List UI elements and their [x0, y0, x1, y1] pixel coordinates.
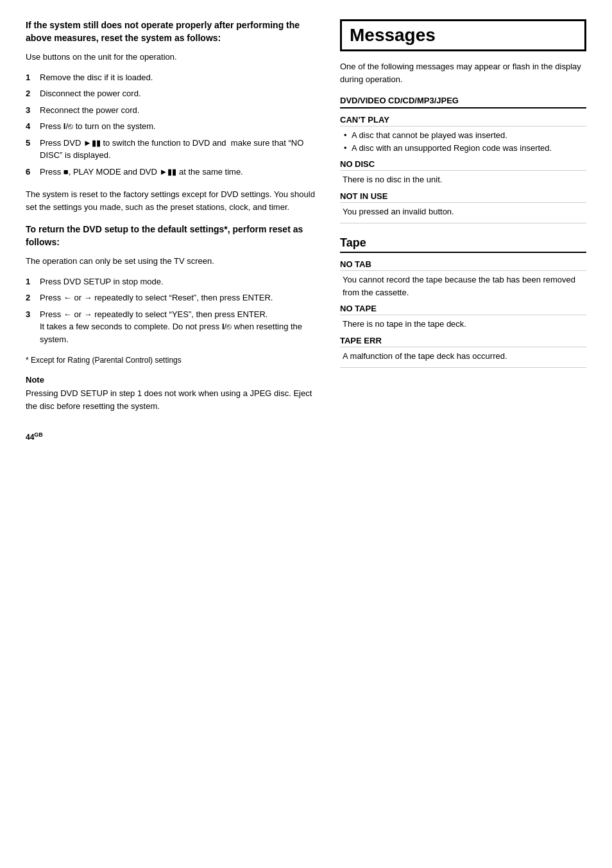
- tape-end-divider: [340, 367, 586, 368]
- tape-err-label: TAPE ERR: [340, 336, 586, 347]
- left-column: If the system still does not operate pro…: [26, 19, 321, 442]
- no-tab-text: You cannot record the tape because the t…: [340, 273, 586, 299]
- no-disc-block: NO DISC There is no disc in the unit.: [340, 159, 586, 186]
- tape-err-block: TAPE ERR A malfunction of the tape deck …: [340, 336, 586, 363]
- no-tab-label: NO TAB: [340, 259, 586, 271]
- step-6: 6Press ■, PLAY MODE and DVD ►▮▮ at the s…: [26, 166, 321, 178]
- step-4: 4Press I/⎋ to turn on the system.: [26, 120, 321, 133]
- tape-section: Tape NO TAB You cannot record the tape b…: [340, 236, 586, 368]
- no-tape-label: NO TAPE: [340, 304, 586, 315]
- note-block: Note Pressing DVD SETUP in step 1 does n…: [26, 375, 321, 412]
- step-1: 1Remove the disc if it is loaded.: [26, 71, 321, 84]
- no-tape-text: There is no tape in the tape deck.: [340, 318, 586, 331]
- no-disc-label: NO DISC: [340, 159, 586, 171]
- step-5: 5Press DVD ►▮▮ to switch the function to…: [26, 137, 321, 162]
- step2-2: 2Press ← or → repeatedly to select “Rese…: [26, 291, 321, 304]
- footnote: * Except for Rating (Parental Control) s…: [26, 356, 321, 365]
- section2-heading: To return the DVD setup to the default s…: [26, 223, 321, 248]
- not-in-use-text: You pressed an invalid button.: [340, 205, 586, 218]
- section-divider: [340, 223, 586, 223]
- section1-outro: The system is reset to the factory setti…: [26, 188, 321, 213]
- step2-3: 3Press ← or → repeatedly to select “YES”…: [26, 308, 321, 346]
- step-3: 3Reconnect the power cord.: [26, 104, 321, 117]
- section1-intro: Use buttons on the unit for the operatio…: [26, 51, 321, 64]
- note-heading: Note: [26, 375, 321, 385]
- right-column: Messages One of the following messages m…: [340, 19, 586, 442]
- not-in-use-block: NOT IN USE You pressed an invalid button…: [340, 191, 586, 218]
- note-text: Pressing DVD SETUP in step 1 does not wo…: [26, 387, 321, 412]
- section1-heading: If the system still does not operate pro…: [26, 19, 321, 44]
- tape-heading: Tape: [340, 236, 586, 253]
- section1-steps: 1Remove the disc if it is loaded. 2Disco…: [26, 71, 321, 178]
- tape-err-text: A malfunction of the tape deck has occur…: [340, 350, 586, 363]
- step-2: 2Disconnect the power cord.: [26, 87, 321, 100]
- not-in-use-label: NOT IN USE: [340, 191, 586, 203]
- no-tape-block: NO TAPE There is no tape in the tape dec…: [340, 304, 586, 331]
- section2-intro: The operation can only be set using the …: [26, 255, 321, 268]
- no-disc-text: There is no disc in the unit.: [340, 173, 586, 186]
- section2-steps: 1Press DVD SETUP in stop mode. 2Press ← …: [26, 275, 321, 346]
- cant-play-bullet-1: A disc that cannot be played was inserte…: [343, 129, 586, 142]
- cant-play-label: CAN’T PLAY: [340, 115, 586, 126]
- no-tab-block: NO TAB You cannot record the tape becaus…: [340, 259, 586, 299]
- messages-intro: One of the following messages may appear…: [340, 60, 586, 85]
- cant-play-bullets: A disc that cannot be played was inserte…: [340, 129, 586, 154]
- cant-play-bullet-2: A disc with an unsupported Region code w…: [343, 142, 586, 155]
- step2-1: 1Press DVD SETUP in stop mode.: [26, 275, 321, 288]
- messages-title: Messages: [340, 19, 586, 51]
- page-number: 44GB: [26, 431, 321, 442]
- cant-play-block: CAN’T PLAY A disc that cannot be played …: [340, 115, 586, 154]
- dvd-category-heading: DVD/VIDEO CD/CD/MP3/JPEG: [340, 96, 586, 108]
